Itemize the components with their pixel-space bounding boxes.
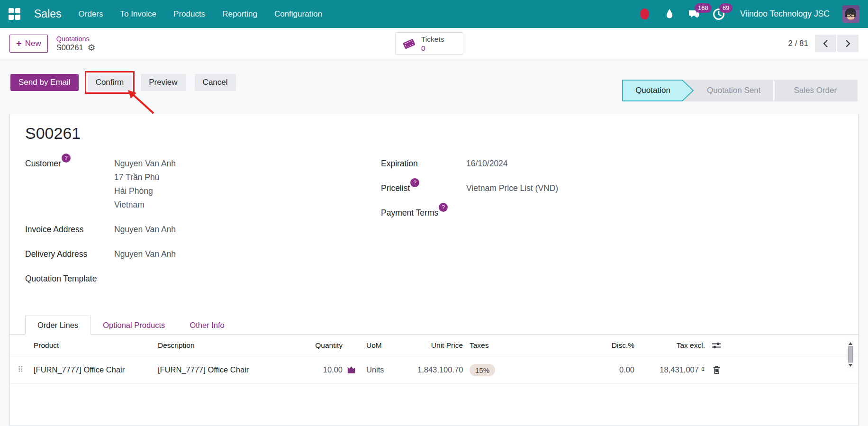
gear-icon[interactable]: ⚙ [88, 43, 96, 52]
quotation-template-label: Quotation Template [25, 272, 114, 286]
delivery-address-label: Delivery Address [25, 247, 114, 261]
col-disc[interactable]: Disc.% [581, 341, 634, 350]
tickets-count: 0 [421, 44, 444, 53]
dong-currency: ₫ [701, 365, 705, 374]
customer-value[interactable]: Nguyen Van Anh 17 Trần Phú Hải Phòng Vie… [114, 157, 176, 212]
forecast-chart-icon[interactable] [347, 366, 364, 374]
pager-previous-button[interactable] [815, 35, 836, 52]
stage-sales-order[interactable]: Sales Order [781, 80, 850, 101]
messages-icon[interactable]: 168 [688, 8, 700, 20]
cancel-button[interactable]: Cancel [195, 74, 236, 91]
confirm-button[interactable]: Confirm [88, 74, 132, 91]
confirm-button-label: Confirm [96, 78, 124, 87]
pager: 2 / 81 [788, 35, 859, 52]
quotation-template-field: Quotation Template [25, 272, 381, 286]
form-sheet: S00261 Customer? Nguyen Van Anh 17 Trần … [9, 114, 859, 426]
cell-product[interactable]: [FURN_7777] Office Chair [34, 365, 158, 374]
help-icon[interactable]: ? [410, 178, 419, 187]
tax-badge[interactable]: 15% [470, 364, 495, 376]
cell-description[interactable]: [FURN_7777] Office Chair [158, 365, 293, 374]
pricelist-field: Pricelist? Vietnam Price List (VND) [381, 181, 843, 195]
stage-separator-icon [775, 80, 781, 101]
menu-products[interactable]: Products [173, 0, 205, 28]
stage-quotation-label: Quotation [622, 80, 684, 101]
stage-quotation-sent[interactable]: Quotation Sent [694, 80, 773, 101]
col-quantity[interactable]: Quantity [293, 341, 343, 350]
breadcrumb-quotations[interactable]: Quotations [56, 35, 96, 43]
company-name[interactable]: Viindoo Technology JSC [740, 9, 830, 19]
pager-next-button[interactable] [837, 35, 859, 52]
invoice-address-label: Invoice Address [25, 223, 114, 236]
delivery-address-field: Delivery Address Nguyen Van Anh [25, 247, 381, 261]
activities-clock-icon[interactable]: 69 [713, 8, 725, 20]
chevron-left-icon [823, 39, 829, 48]
tab-other-info[interactable]: Other Info [177, 316, 236, 335]
control-panel: + New Quotations S00261 ⚙ Tickets 0 2 / … [0, 28, 868, 59]
scroll-up-icon[interactable] [849, 342, 852, 345]
scrollbar-thumb[interactable] [848, 346, 853, 363]
delete-row-icon[interactable] [713, 365, 721, 374]
tab-optional-products[interactable]: Optional Products [90, 316, 177, 335]
col-product[interactable]: Product [34, 341, 158, 350]
menu-configuration[interactable]: Configuration [274, 0, 322, 28]
pricelist-label: Pricelist [381, 183, 410, 193]
payment-terms-label: Payment Terms [381, 208, 438, 218]
table-scrollbar[interactable] [847, 341, 854, 368]
new-button-label: New [25, 39, 41, 48]
preview-button[interactable]: Preview [141, 74, 185, 91]
activities-badge: 69 [719, 3, 732, 13]
recording-indicator-icon[interactable] [639, 8, 651, 20]
expiration-value[interactable]: 16/10/2024 [466, 157, 508, 171]
messages-badge: 168 [695, 3, 712, 13]
cell-uom[interactable]: Units [364, 365, 417, 374]
invoice-address-value[interactable]: Nguyen Van Anh [114, 223, 176, 236]
menu-to-invoice[interactable]: To Invoice [120, 0, 157, 28]
order-lines-table: Product Description Quantity UoM Unit Pr… [10, 335, 858, 384]
customer-field: Customer? Nguyen Van Anh 17 Trần Phú Hải… [25, 157, 381, 212]
quotation-title: S00261 [25, 124, 843, 143]
cell-quantity[interactable]: 10.00 [293, 365, 343, 374]
droplet-icon[interactable] [663, 8, 676, 20]
tab-order-lines[interactable]: Order Lines [25, 316, 90, 335]
table-row[interactable]: ⠿ [FURN_7777] Office Chair [FURN_7777] O… [10, 356, 858, 384]
table-header-row: Product Description Quantity UoM Unit Pr… [10, 335, 858, 356]
tickets-label: Tickets [421, 35, 444, 44]
top-navbar: Sales Orders To Invoice Products Reporti… [0, 0, 868, 28]
drag-handle-icon[interactable]: ⠿ [18, 365, 22, 374]
col-uom[interactable]: UoM [364, 341, 417, 350]
cell-tax-excl: 18,431,007 ₫ [634, 365, 705, 374]
expiration-label: Expiration [381, 157, 466, 171]
app-name[interactable]: Sales [34, 8, 62, 20]
help-icon[interactable]: ? [439, 203, 448, 212]
payment-terms-field: Payment Terms? [381, 206, 843, 220]
send-by-email-button[interactable]: Send by Email [10, 74, 79, 91]
user-avatar[interactable] [842, 5, 859, 23]
stage-quotation[interactable]: Quotation [622, 80, 694, 101]
col-unit-price[interactable]: Unit Price [417, 341, 463, 350]
nav-menu: Orders To Invoice Products Reporting Con… [79, 0, 322, 28]
menu-reporting[interactable]: Reporting [222, 0, 257, 28]
apps-menu-icon[interactable] [9, 8, 21, 20]
help-icon[interactable]: ? [62, 154, 71, 163]
new-button[interactable]: + New [9, 35, 48, 53]
col-taxes[interactable]: Taxes [463, 341, 581, 350]
expiration-field: Expiration 16/10/2024 [381, 157, 843, 171]
notebook-tabs: Order Lines Optional Products Other Info [10, 316, 858, 335]
tickets-smart-button[interactable]: Tickets 0 [395, 32, 463, 55]
menu-orders[interactable]: Orders [79, 0, 103, 28]
cell-unit-price[interactable]: 1,843,100.70 [417, 365, 463, 374]
col-tax-excl[interactable]: Tax excl. [634, 341, 705, 350]
customer-label: Customer [25, 159, 61, 168]
col-description[interactable]: Description [158, 341, 293, 350]
optional-columns-icon[interactable] [712, 342, 721, 349]
pricelist-value[interactable]: Vietnam Price List (VND) [466, 181, 558, 195]
breadcrumb-current: S00261 [56, 43, 83, 52]
delivery-address-value[interactable]: Nguyen Van Anh [114, 247, 176, 261]
scroll-down-icon[interactable] [849, 364, 852, 367]
form-statusbar-region: Send by Email Confirm Preview Cancel Quo… [0, 59, 868, 114]
plus-icon: + [16, 40, 22, 47]
annotation-arrow [125, 89, 158, 117]
ticket-icon [402, 37, 416, 50]
cell-disc[interactable]: 0.00 [581, 365, 634, 374]
invoice-address-field: Invoice Address Nguyen Van Anh [25, 223, 381, 236]
